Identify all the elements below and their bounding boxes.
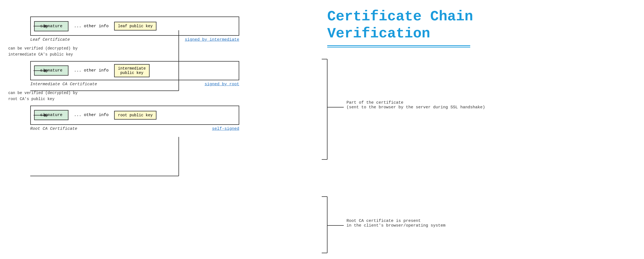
leaf-other-info: ... other info [74, 24, 109, 29]
top-annotation-line1: Part of the certificate [346, 100, 485, 105]
page-title: Certificate Chain Verification [327, 8, 636, 43]
root-arrow [34, 115, 49, 115]
title-line1: Certificate Chain [327, 9, 473, 25]
bottom-annotation-line2: in the client's browser/operating system [346, 223, 445, 228]
intermediate-label-row: Intermediate CA Certificate signed by ro… [30, 82, 239, 87]
leaf-pub-key-label: leaf public key [118, 24, 153, 28]
intermediate-pub-key-line1: intermediate [118, 66, 146, 71]
root-label-row: Root CA Certificate self-signed [30, 126, 239, 131]
intermediate-pub-key-box: intermediate public key [114, 64, 150, 77]
intermediate-cert-label: Intermediate CA Certificate [30, 82, 97, 87]
title-line2: Verification [327, 26, 430, 42]
leaf-pub-key-box: leaf public key [114, 22, 156, 31]
verification-text-2: can be verified (decrypted) by root CA's… [8, 90, 311, 102]
leaf-signed-by: signed by intermediate [185, 37, 239, 42]
intermediate-cert-box: signature ... other info intermediate pu… [30, 61, 239, 80]
verif2-line1: can be verified (decrypted) by [8, 90, 311, 96]
root-pub-key-box: root public key [114, 111, 156, 120]
title-underline-1 [327, 45, 470, 46]
intermediate-other-info: ... other info [74, 68, 109, 73]
root-signed-by: self-signed [212, 126, 239, 131]
intermediate-arrow [34, 70, 49, 71]
root-cert-box: signature ... other info root public key [30, 106, 239, 125]
top-annotation-line2: (sent to the browser by the server durin… [346, 105, 485, 110]
verif2-line2: root CA's public key [8, 96, 311, 102]
leaf-cert-box: signature ... other info leaf public key [30, 16, 239, 36]
root-cert-label: Root CA Certificate [30, 126, 77, 131]
top-annotation: Part of the certificate (sent to the bro… [346, 100, 485, 110]
leaf-cert-label: Leaf Certificate [30, 37, 70, 42]
connector-lines [8, 5, 256, 259]
leaf-arrow [34, 26, 49, 26]
root-other-info: ... other info [74, 113, 109, 117]
intermediate-signed-by: signed by root [205, 82, 239, 87]
root-pub-key-label: root public key [118, 113, 153, 117]
intermediate-pub-key-line2: public key [120, 71, 143, 75]
verification-text-1: can be verified (decrypted) by intermedi… [8, 45, 311, 58]
verif1-line1: can be verified (decrypted) by [8, 45, 311, 51]
title-section: Certificate Chain Verification [327, 8, 636, 48]
verif1-line2: intermediate CA's public key [8, 51, 311, 57]
title-underline-2 [327, 47, 470, 48]
bottom-annotation-line1: Root CA certificate is present [346, 219, 445, 223]
bottom-annotation: Root CA certificate is present in the cl… [346, 219, 445, 228]
leaf-label-row: Leaf Certificate signed by intermediate [30, 37, 239, 42]
